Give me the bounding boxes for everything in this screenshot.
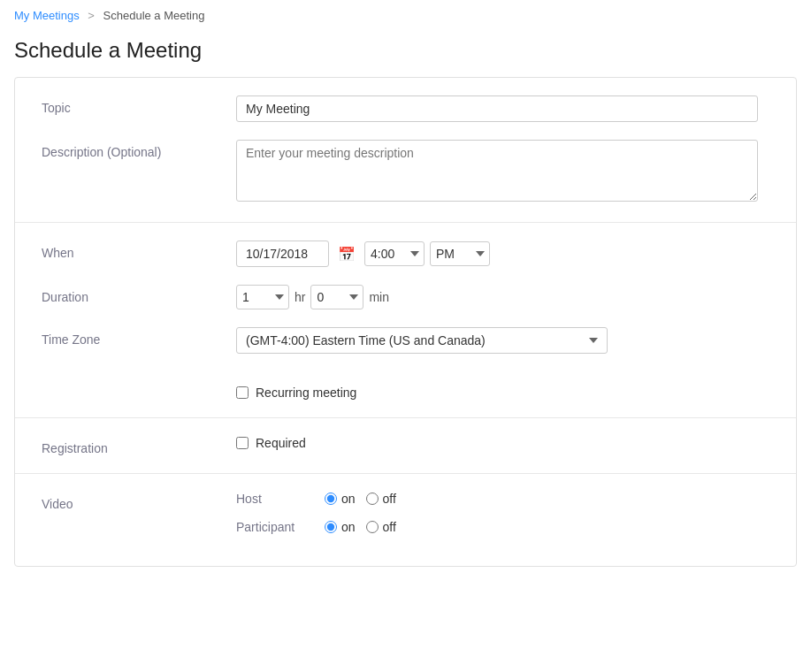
participant-row: Participant on off (236, 520, 769, 534)
video-field: Host on off (236, 492, 769, 534)
registration-label: Registration (42, 436, 236, 455)
host-off-label: off (383, 492, 396, 506)
description-textarea[interactable] (236, 140, 758, 202)
recurring-label[interactable]: Recurring meeting (256, 386, 356, 400)
breadcrumb: My Meetings > Schedule a Meeting (0, 0, 811, 31)
breadcrumb-current: Schedule a Meeting (103, 9, 205, 22)
host-on-label: on (341, 492, 356, 506)
schedule-form: Topic Description (Optional) When 📅 4:00 (14, 77, 797, 567)
host-off-radio[interactable] (366, 493, 379, 505)
when-section: When 📅 4:00 1:00 2:00 3:00 5:00 6:00 7:0… (15, 223, 796, 418)
participant-on-radio[interactable] (325, 521, 337, 533)
when-field: 📅 4:00 1:00 2:00 3:00 5:00 6:00 7:00 8:0… (236, 241, 769, 267)
registration-row: Registration Required (42, 436, 769, 455)
registration-section: Registration Required (15, 418, 796, 474)
breadcrumb-separator: > (88, 9, 95, 22)
participant-radio-group: on off (325, 520, 396, 534)
description-label: Description (Optional) (42, 140, 236, 159)
when-row: When 📅 4:00 1:00 2:00 3:00 5:00 6:00 7:0… (42, 241, 769, 267)
description-row: Description (Optional) (42, 140, 769, 204)
duration-label: Duration (42, 285, 236, 304)
video-label: Video (42, 492, 236, 511)
basic-section: Topic Description (Optional) (15, 78, 796, 223)
participant-off-label: off (383, 520, 396, 534)
duration-min-select[interactable]: 0 15 30 45 (310, 285, 363, 309)
participant-on-label: on (341, 520, 356, 534)
topic-row: Topic (42, 95, 769, 122)
timezone-field: (GMT-4:00) Eastern Time (US and Canada) … (236, 327, 769, 354)
participant-on-option[interactable]: on (325, 520, 356, 534)
video-section: Video Host on off (15, 474, 796, 566)
timezone-label: Time Zone (42, 327, 236, 347)
host-label: Host (236, 492, 307, 506)
host-on-radio[interactable] (325, 493, 337, 505)
recurring-controls: Recurring meeting (236, 386, 356, 400)
duration-hr-select[interactable]: 1 0 2 3 4 5 6 7 8 9 10 (236, 285, 289, 309)
participant-off-radio[interactable] (366, 521, 379, 533)
required-label[interactable]: Required (256, 436, 306, 450)
required-checkbox[interactable] (236, 437, 249, 449)
participant-off-option[interactable]: off (366, 520, 396, 534)
duration-field: 1 0 2 3 4 5 6 7 8 9 10 hr 0 (236, 285, 769, 309)
timezone-row: Time Zone (GMT-4:00) Eastern Time (US an… (42, 327, 769, 354)
topic-label: Topic (42, 95, 236, 115)
host-on-option[interactable]: on (325, 492, 356, 506)
video-inner: Host on off (236, 492, 769, 534)
min-unit-label: min (369, 290, 389, 304)
topic-input[interactable] (236, 95, 758, 122)
duration-row: Duration 1 0 2 3 4 5 6 7 8 9 10 (42, 285, 769, 309)
participant-label: Participant (236, 520, 307, 534)
ampm-select[interactable]: PM AM (430, 241, 490, 266)
time-hour-select[interactable]: 4:00 1:00 2:00 3:00 5:00 6:00 7:00 8:00 … (364, 241, 425, 266)
breadcrumb-parent-link[interactable]: My Meetings (14, 9, 80, 22)
date-input[interactable] (236, 241, 329, 267)
recurring-checkbox[interactable] (236, 386, 249, 399)
topic-field (236, 95, 769, 122)
page-title: Schedule a Meeting (0, 31, 811, 77)
host-radio-group: on off (325, 492, 396, 506)
host-row: Host on off (236, 492, 769, 506)
when-label: When (42, 241, 236, 260)
calendar-icon[interactable]: 📅 (334, 241, 359, 266)
hr-unit-label: hr (295, 290, 305, 304)
when-controls: 📅 4:00 1:00 2:00 3:00 5:00 6:00 7:00 8:0… (236, 241, 769, 267)
registration-controls: Required (236, 436, 769, 450)
registration-field: Required (236, 436, 769, 450)
video-row: Video Host on off (42, 492, 769, 534)
duration-controls: 1 0 2 3 4 5 6 7 8 9 10 hr 0 (236, 285, 769, 309)
description-field (236, 140, 769, 204)
timezone-select[interactable]: (GMT-4:00) Eastern Time (US and Canada) … (236, 327, 608, 354)
host-off-option[interactable]: off (366, 492, 396, 506)
recurring-row: Recurring meeting (236, 371, 769, 400)
